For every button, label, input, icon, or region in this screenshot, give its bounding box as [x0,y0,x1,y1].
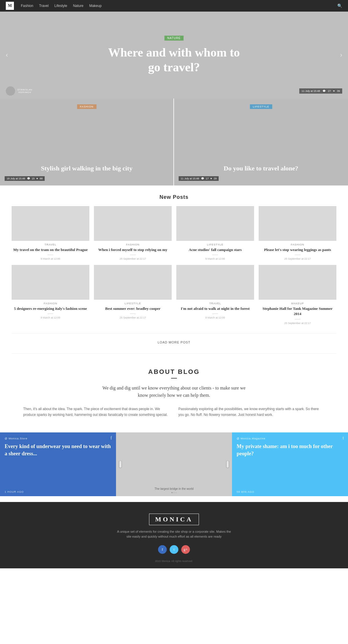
post-thumb-6 [176,265,254,300]
hero-likes-count: 39 [337,90,340,92]
twitter-widget: @ Monica.Magazine t My private shame: am… [232,432,348,496]
hero-meta-box: 11 July at 15:48 💬 27 ♥ 39 [299,88,342,94]
twitter-icon: t [343,435,344,441]
featured-likes-icon-1: ♥ [211,177,212,180]
about-section: ABOUT BLOG We dig and dig until we know … [0,356,348,427]
load-more-button[interactable]: LOAD MORE POST [157,341,190,344]
hero-author: STANISLAV KERIMOV [6,86,32,96]
center-caption: The largest bridge in the world [116,487,232,490]
post-thumb-7 [259,265,336,300]
footer-facebook-button[interactable]: f [158,545,167,554]
about-text-2: Passionately exploring all the possibili… [178,406,325,418]
post-card-7[interactable]: MAKEUP Stephanie Hall for Tank Magazine … [259,265,336,324]
twitter-time: 58 MIN AGO [237,490,254,493]
post-category-1: FASHION [94,243,172,246]
post-title-1: When i forced myself to stop relying on … [94,247,172,252]
facebook-time: 1 HOUR AGO [5,490,24,493]
post-thumb-4 [12,265,89,300]
new-posts-title: New Posts [0,185,348,206]
post-title-7: Stephanie Hall for Tank Magazine Summer … [259,306,336,316]
nav-nature[interactable]: Nature [73,4,84,8]
about-cols: Then, it's all about the idea. The spark… [23,406,325,418]
hero-footer: STANISLAV KERIMOV 11 July at 15:48 💬 27 … [0,83,348,99]
nav-makeup[interactable]: Makeup [89,4,102,8]
post-card-1[interactable]: FASHION When i forced myself to stop rel… [94,206,172,260]
post-thumb-0 [12,206,89,241]
post-date-2: 8 March at 12:00 [176,257,254,260]
post-card-6[interactable]: TRAVEL I'm not afraid to walk at night i… [176,265,254,324]
featured-badge-1: LIFESTYLE [250,104,272,109]
post-divider-3 [295,255,300,255]
search-icon[interactable]: 🔍 [337,3,342,8]
post-title-2: Acne studios' fall campaign stars [176,247,254,252]
post-card-5[interactable]: LIFESTYLE Best summer ever: bradley coop… [94,265,172,324]
post-divider-4 [48,314,53,314]
footer-logo: MONICA [149,514,199,525]
featured-meta-box-0: 18 July at 15:48 💬 15 ♥ 88 [5,176,45,181]
post-card-3[interactable]: FASHION Please let's stop wearing leggin… [259,206,336,260]
post-card-0[interactable]: TRAVEL My travel on the tram on the beau… [12,206,89,260]
featured-grid: FASHION Stylish girl walking in the big … [0,99,348,185]
posts-grid: TRAVEL My travel on the tram on the beau… [0,206,348,330]
center-next-button[interactable]: › [226,461,229,468]
post-title-0: My travel on the tram on the beautiful P… [12,247,89,252]
nav-lifestyle[interactable]: Lifestyle [55,4,67,8]
post-title-3: Please let's stop wearing leggings as pa… [259,247,336,252]
hero-prev-button[interactable]: ‹ [6,51,8,59]
nav-fashion[interactable]: Fashion [21,4,33,8]
load-more-wrap: LOAD MORE POST [12,333,336,354]
hero-comments-icon: 💬 [322,90,326,92]
about-divider [171,378,177,379]
post-thumb-1 [94,206,172,241]
post-title-6: I'm not afraid to walk at night in the f… [176,306,254,311]
featured-meta-1: 11 July at 15:48 💬 17 ♥ 29 [179,176,343,181]
post-thumb-5 [94,265,172,300]
post-category-5: LIFESTYLE [94,302,172,305]
post-divider-2 [212,255,218,255]
post-divider-5 [130,314,136,314]
footer-googleplus-button[interactable]: g+ [181,545,190,554]
featured-date-0: 18 July at 15:48 [7,177,25,180]
featured-meta-box-1: 11 July at 15:48 💬 17 ♥ 29 [179,176,219,181]
facebook-icon: f [110,435,112,441]
facebook-widget: @ Monica.Store f Every kind of underwear… [0,432,116,496]
footer-tagline: A unique set of elements for creating th… [116,529,232,539]
hero-likes-icon: ♥ [333,90,335,92]
nav-travel[interactable]: Travel [39,4,49,8]
navbar-left: M Fashion Travel Lifestyle Nature Makeup [6,2,102,10]
navbar-logo[interactable]: M [6,2,14,10]
featured-comments-0: 15 [32,177,35,180]
post-card-2[interactable]: LIFESTYLE Acne studios' fall campaign st… [176,206,254,260]
facebook-handle: @ Monica.Store [5,437,111,440]
featured-date-1: 11 July at 15:48 [181,177,199,180]
hero-next-button[interactable]: › [340,51,342,59]
post-thumb-3 [259,206,336,241]
post-date-0: 8 March at 12:00 [12,257,89,260]
post-divider-7 [295,319,300,319]
featured-card-1[interactable]: LIFESTYLE Do you like to travel alone? 1… [174,99,348,185]
post-date-7: 25 September at 22:17 [259,322,336,325]
post-date-5: 25 September at 22:17 [94,316,172,319]
center-prev-button[interactable]: ‹ [119,461,122,468]
avatar [6,86,15,96]
post-category-2: LIFESTYLE [176,243,254,246]
post-date-1: 25 September at 22:17 [94,257,172,260]
footer: MONICA A unique set of elements for crea… [0,502,348,568]
post-category-3: FASHION [259,243,336,246]
post-divider-1 [130,255,136,255]
hero-meta: 11 July at 15:48 💬 27 ♥ 39 [299,88,342,94]
social-widgets: @ Monica.Store f Every kind of underwear… [0,432,348,496]
post-date-3: 25 September at 22:17 [259,257,336,260]
footer-copyright: 2015 Monica. All rights reserved. [6,560,342,563]
post-card-4[interactable]: FASHION 5 designers re-energizing italy'… [12,265,89,324]
about-title: ABOUT BLOG [23,368,325,376]
hero-date: 11 July at 15:48 [302,90,320,92]
featured-badge-0: FASHION [77,104,97,109]
featured-card-0[interactable]: FASHION Stylish girl walking in the big … [0,99,173,185]
footer-twitter-button[interactable]: t [170,545,178,554]
featured-title-1: Do you like to travel alone? [179,164,343,173]
featured-comments-1: 17 [206,177,209,180]
post-category-6: TRAVEL [176,302,254,305]
about-text-1: Then, it's all about the idea. The spark… [23,406,170,418]
footer-socials: f t g+ [6,545,342,554]
